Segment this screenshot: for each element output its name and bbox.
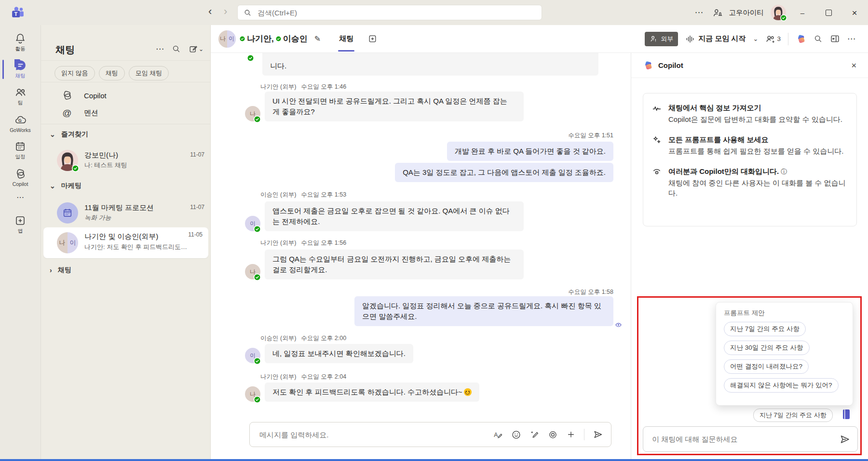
teams-logo-icon: T <box>11 5 25 20</box>
section-label: 마케팅 <box>61 182 81 190</box>
send-icon[interactable] <box>593 429 603 440</box>
selected-prompt-chip[interactable]: 지난 7일 간의 주요 사항 <box>753 408 833 422</box>
search-icon <box>244 9 252 17</box>
rail-more-icon[interactable]: ⋯ <box>16 194 24 201</box>
filter-unread[interactable]: 읽지 않음 <box>54 66 95 80</box>
loop-component-icon[interactable] <box>548 430 558 440</box>
presence-available-icon <box>247 54 254 62</box>
new-chat-button[interactable]: ⌄ <box>189 44 203 53</box>
chat-list-sidebar: 채팅 ⋯ ⌄ 읽지 않음 채팅 모임 채팅 Copilot @ 멘션 ⌄ 즐겨찾… <box>41 25 211 461</box>
tab-chat-active[interactable]: 채팅 <box>337 34 355 43</box>
sidebar-more-icon[interactable]: ⋯ <box>156 45 164 53</box>
prompt-library-book-icon[interactable] <box>841 408 852 421</box>
copilot-tips-card: 채팅에서 핵심 정보 가져오기 Copilot은 질문에 답변하고 대화를 요약… <box>643 93 857 226</box>
rail-item-apps[interactable]: 앱 <box>0 212 41 237</box>
prompt-last-30-days[interactable]: 지난 30일 간의 주요 사항 <box>724 341 810 355</box>
rename-chat-icon[interactable]: ✎ <box>314 35 321 43</box>
rail-item-teams[interactable]: 팀 <box>0 84 41 109</box>
meeting-options-chevron-icon[interactable]: ⌄ <box>753 36 759 42</box>
copilot-question-input[interactable] <box>651 435 827 444</box>
copilot-icon <box>14 168 26 180</box>
filter-meeting-chat[interactable]: 모임 채팅 <box>129 66 169 80</box>
user-avatar[interactable] <box>771 5 786 20</box>
notification-settings-icon[interactable] <box>712 8 722 18</box>
rail-item-activity[interactable]: 활동 <box>0 30 41 55</box>
tip-key-info: 채팅에서 핵심 정보 가져오기 Copilot은 질문에 답변하고 대화를 요약… <box>652 103 848 124</box>
message-bubble-sent: 개발 완료 후 바로 QA 들어가면 좋을 것 같아요. <box>447 142 613 161</box>
conversation-promotion[interactable]: 11월 마케팅 프로모션 녹화 가능 11-07 <box>41 200 210 227</box>
external-badge[interactable]: 외부 <box>645 32 678 46</box>
participant-name: 나기안, <box>247 33 274 44</box>
chat-group-avatar[interactable]: 나 이 <box>218 30 236 48</box>
compose-input[interactable] <box>258 430 444 439</box>
rail-label: Copilot <box>13 181 28 187</box>
sidebar-item-label: Copilot <box>84 92 107 100</box>
copilot-input-box[interactable] <box>643 426 858 452</box>
chevron-right-icon: › <box>50 267 52 274</box>
message-meta: 나기안 (외부)수요일 오후 1:46 <box>260 83 346 91</box>
filter-chat[interactable]: 채팅 <box>99 66 125 80</box>
search-chat-icon[interactable] <box>814 34 823 43</box>
emoji-icon[interactable] <box>511 430 521 440</box>
prompt-open-items[interactable]: 해결되지 않은 사항에는 뭐가 있어? <box>724 378 839 393</box>
conversation-kang[interactable]: 강보민(나) 나: 테스트 채팅 11-07 <box>41 147 210 174</box>
sidebar-search-icon[interactable] <box>172 44 181 53</box>
rail-item-goworks[interactable]: GoWorks <box>0 111 41 136</box>
maximize-icon <box>826 10 832 16</box>
calendar-icon <box>62 208 73 218</box>
maximize-button[interactable] <box>819 0 838 25</box>
app-rail: 활동 채팅 팀 GoWorks 일정 Copilot ⋯ 앱 <box>0 25 41 461</box>
search-input[interactable] <box>257 8 451 17</box>
conversation-time: 11-07 <box>190 151 204 158</box>
rail-item-chat[interactable]: 채팅 <box>0 57 41 82</box>
prompt-last-7-days[interactable]: 지난 7일 간의 주요 사항 <box>724 322 806 336</box>
chevron-down-icon: ⌄ <box>50 131 55 138</box>
close-window-button[interactable]: × <box>845 0 864 25</box>
rail-item-copilot[interactable]: Copilot <box>0 165 41 190</box>
title-bar: T ‹ › ⋯ 고우아이티 – × <box>0 0 868 25</box>
message-row-sent: 개발 완료 후 바로 QA 들어가면 좋을 것 같아요. <box>245 142 613 161</box>
start-meeting-button[interactable]: 지금 모임 시작 <box>685 34 746 44</box>
participant-name: 이승인 <box>283 33 308 44</box>
attach-plus-icon[interactable] <box>566 430 576 439</box>
conversation-preview: 나기안: 저도 확인 후 피드백드리도록 하겠습... <box>84 243 193 251</box>
add-tab-icon[interactable] <box>368 34 377 43</box>
copilot-button[interactable] <box>796 34 806 44</box>
prompt-decisions[interactable]: 어떤 결정이 내려졌나요? <box>724 359 809 374</box>
nav-forward-icon[interactable]: › <box>224 6 227 17</box>
tip-desc: Copilot은 질문에 답변하고 대화를 요약할 수 있습니다. <box>668 114 842 124</box>
rail-label: 팀 <box>18 100 23 106</box>
titlebar-more-icon[interactable]: ⋯ <box>693 8 705 17</box>
info-icon[interactable]: ⓘ <box>781 168 787 175</box>
compose-box[interactable] <box>249 422 611 447</box>
rail-label: 일정 <box>15 154 26 160</box>
message-row: 나 그럼 QA는 수요일부터 금요일 오전까지 진행하고, 금요일 오후에 제출… <box>245 250 613 279</box>
section-marketing[interactable]: ⌄ 마케팅 <box>50 182 81 190</box>
chat-more-icon[interactable]: ⋯ <box>847 35 855 43</box>
message-bubble: 그럼 QA는 수요일부터 금요일 오전까지 진행하고, 금요일 오후에 제출하는… <box>265 250 524 279</box>
tip-title: 여러분과 Copilot만의 대화입니다.ⓘ <box>668 167 848 176</box>
close-panel-icon[interactable]: × <box>851 61 856 70</box>
section-label: 채팅 <box>58 266 71 275</box>
global-search[interactable] <box>237 5 542 20</box>
flyout-title: 프롬프트 제안 <box>724 309 845 317</box>
section-favorites[interactable]: ⌄ 즐겨찾기 <box>50 130 88 139</box>
nav-back-icon[interactable]: ‹ <box>208 6 212 17</box>
window-bottom-border <box>0 459 868 461</box>
open-pane-icon[interactable] <box>830 34 840 44</box>
copilot-send-icon[interactable] <box>839 434 857 445</box>
chat-title[interactable]: 나기안, 이승인 <box>240 33 308 44</box>
copilot-icon <box>62 90 72 101</box>
sidebar-item-copilot[interactable]: Copilot <box>41 88 210 103</box>
section-chats[interactable]: › 채팅 <box>50 266 71 275</box>
participants-button[interactable]: 3 <box>765 34 781 44</box>
conversation-external-selected[interactable]: 나 이 나기안 및 이승인(외부) 나기안: 저도 확인 후 피드백드리도록 하… <box>43 227 208 258</box>
minimize-button[interactable]: – <box>793 0 812 25</box>
format-icon[interactable] <box>493 430 503 440</box>
conversation-preview: 녹화 가능 <box>84 213 111 222</box>
presence-available-icon <box>254 116 261 123</box>
rewrite-copilot-icon[interactable] <box>529 430 540 440</box>
rail-label: GoWorks <box>10 127 31 133</box>
sidebar-item-mentions[interactable]: @ 멘션 <box>41 105 210 120</box>
rail-item-calendar[interactable]: 일정 <box>0 138 41 163</box>
